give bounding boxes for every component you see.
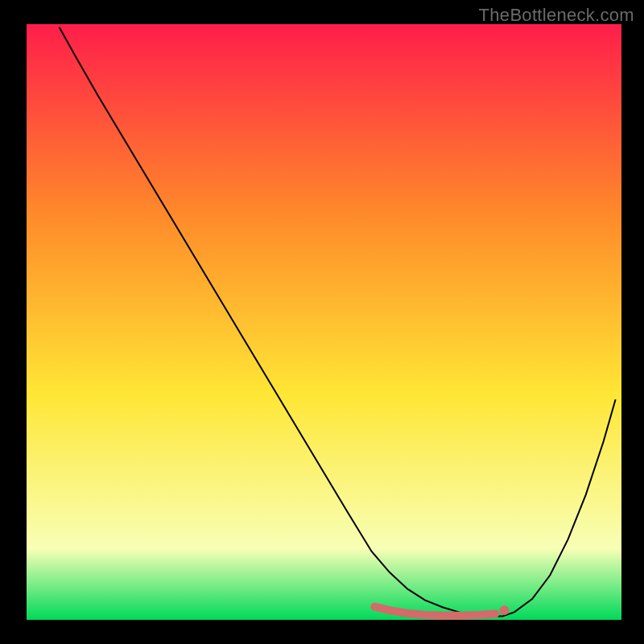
optimal-end-dot xyxy=(499,605,509,615)
chart-container: TheBottleneck.com xyxy=(0,0,644,644)
chart-svg xyxy=(0,0,644,644)
plot-background xyxy=(27,24,621,620)
watermark-text: TheBottleneck.com xyxy=(479,5,634,26)
